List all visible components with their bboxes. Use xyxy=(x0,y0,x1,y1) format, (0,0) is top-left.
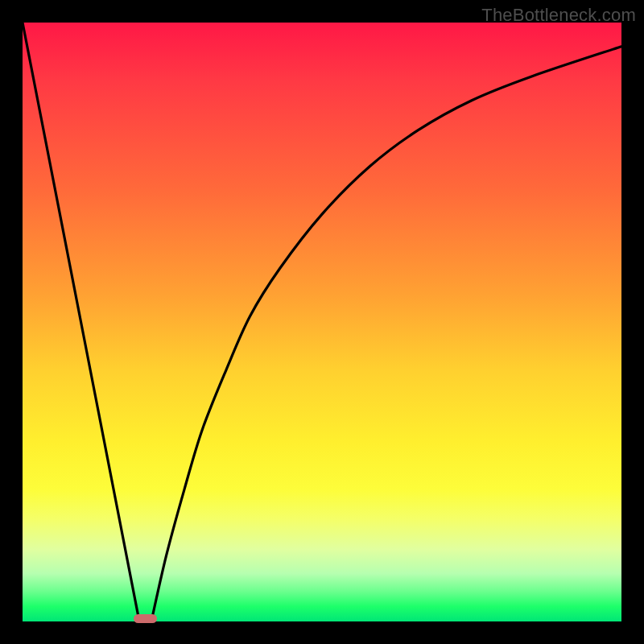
bottleneck-marker xyxy=(134,614,158,623)
plot-area xyxy=(23,23,621,621)
figure-frame: TheBottleneck.com xyxy=(0,0,644,644)
curve-right xyxy=(151,47,621,621)
curve-left xyxy=(23,23,139,621)
curve-svg xyxy=(23,23,621,621)
